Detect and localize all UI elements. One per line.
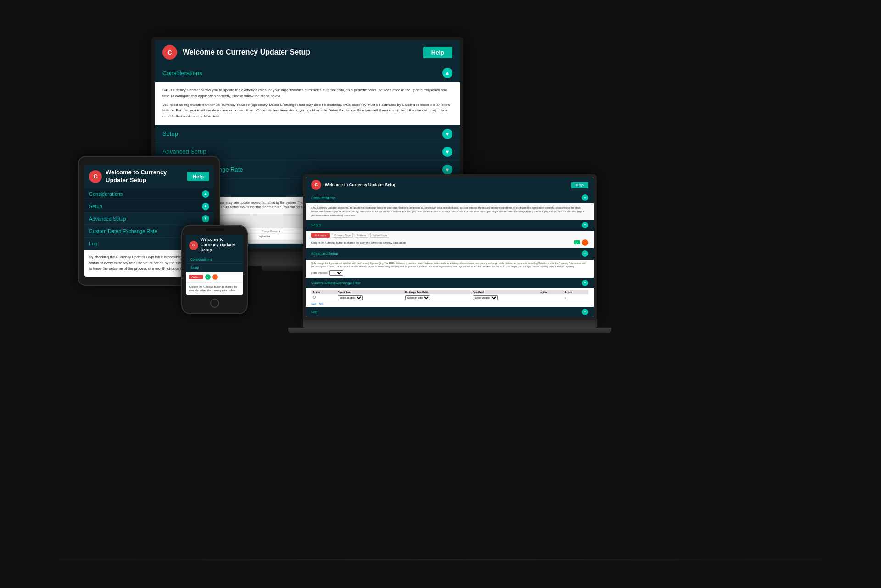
monitor-setup-row[interactable]: Setup ▼ xyxy=(155,125,460,143)
laptop-advanced-section-label: Advanced Setup xyxy=(311,251,338,255)
laptop-retry-row: Retry windows -- xyxy=(311,270,588,276)
monitor-setup-label: Setup xyxy=(162,130,178,137)
tablet-setup-chevron: ▲ xyxy=(202,203,209,210)
surface-line xyxy=(0,559,881,560)
tablet-custom-label: Custom Dated Exchange Rate xyxy=(89,228,157,234)
phone-setup-label: Setup xyxy=(190,266,199,269)
laptop-log-section-label: Log xyxy=(311,310,317,314)
laptop-advanced-content: Only change this if you are not satisfie… xyxy=(306,260,594,278)
laptop-considerations-text: S4G Currency Updater allows you to updat… xyxy=(311,206,588,217)
laptop-advanced-text: Only change this if you are not satisfie… xyxy=(311,262,588,269)
laptop-authorize-button[interactable]: Authorize xyxy=(311,233,330,238)
phone-instructions: Click on the Authorize button to change … xyxy=(186,283,243,295)
laptop-custom-content: Active Object Name Exchange Rate Field D… xyxy=(306,288,594,307)
laptop-warning-icon: ! xyxy=(582,239,588,246)
laptop-save-link[interactable]: Save xyxy=(311,302,316,305)
phone: C Welcome to Currency Updater Setup Cons… xyxy=(181,225,248,314)
monitor-logo: C xyxy=(162,45,177,60)
monitor-considerations-content: S4G Currency Updater allows you to updat… xyxy=(155,82,460,125)
laptop-log-row[interactable]: Log ▼ xyxy=(306,307,594,317)
laptop-bottom xyxy=(288,328,611,333)
phone-logo: C xyxy=(189,241,198,250)
monitor-advanced-chevron: ▼ xyxy=(442,147,452,157)
tablet-title: Welcome to Currency Updater Setup xyxy=(106,169,187,184)
phone-frame: C Welcome to Currency Updater Setup Cons… xyxy=(181,225,248,314)
laptop-title: Welcome to Currency Updater Setup xyxy=(325,183,571,187)
monitor-help-button[interactable]: Help xyxy=(423,47,452,58)
tablet-advanced-chevron: ▼ xyxy=(202,215,209,222)
tablet-setup-row[interactable]: Setup ▲ xyxy=(84,200,214,213)
phone-authorize-area: Autho... ✓ ! xyxy=(186,272,243,283)
laptop-custom-table: Active Object Name Exchange Rate Field D… xyxy=(311,290,588,301)
phone-considerations-row[interactable]: Considerations xyxy=(186,255,243,264)
monitor-header: C Welcome to Currency Updater Setup Help xyxy=(155,40,460,64)
laptop-retry-select[interactable]: -- xyxy=(329,270,343,276)
laptop-help-button[interactable]: Help xyxy=(571,182,588,188)
laptop-setup-chevron: ▼ xyxy=(582,222,588,228)
tablet-advanced-label: Advanced Setup xyxy=(89,216,126,222)
phone-considerations-label: Considerations xyxy=(190,258,212,261)
monitor-considerations-text2: You need an organization with Multi-curr… xyxy=(162,102,452,120)
laptop-header: C Welcome to Currency Updater Setup Help xyxy=(306,177,594,193)
monitor-considerations-label: Considerations xyxy=(162,70,202,77)
laptop-table-header-action: Action xyxy=(563,290,588,294)
monitor-considerations-text: S4G Currency Updater allows you to updat… xyxy=(162,88,452,100)
monitor-considerations-row[interactable]: Considerations ▲ xyxy=(155,64,460,82)
laptop-considerations-row[interactable]: Considerations ▼ xyxy=(306,193,594,203)
laptop-setup-row[interactable]: Setup ▼ xyxy=(306,220,594,231)
laptop-table-cell-object[interactable]: Select an option xyxy=(336,294,403,301)
laptop-custom-row[interactable]: Custom Dated Exchange Rate ▼ xyxy=(306,278,594,288)
laptop-base xyxy=(303,320,597,328)
tablet-log-label: Log xyxy=(89,241,97,246)
phone-title: Welcome to Currency Updater Setup xyxy=(201,237,240,253)
scene: C Welcome to Currency Updater Setup Help… xyxy=(0,0,881,588)
phone-header: C Welcome to Currency Updater Setup xyxy=(186,235,243,255)
laptop-advanced-row[interactable]: Advanced Setup ▼ xyxy=(306,248,594,260)
laptop-considerations-chevron: ▼ xyxy=(582,194,588,201)
laptop-table-header-date: Date Field xyxy=(471,290,538,294)
table-row: Select an option Select an option Select… xyxy=(311,294,588,301)
phone-home-button[interactable] xyxy=(210,299,219,308)
laptop-setup-note-row: Click on the Authorize button to change … xyxy=(311,239,588,246)
laptop-considerations-label: Considerations xyxy=(311,196,335,200)
laptop-setup-note: Click on the Authorize button to change … xyxy=(311,241,572,244)
tablet-logo: C xyxy=(89,170,102,183)
laptop: C Welcome to Currency Updater Setup Help… xyxy=(303,174,597,333)
laptop-table-cell-checkbox[interactable] xyxy=(311,294,336,301)
laptop-table-header-active: Active xyxy=(311,290,336,294)
laptop-setup-label: Setup xyxy=(311,223,321,227)
laptop-new-link[interactable]: New xyxy=(319,302,323,305)
laptop-retry-label: Retry windows xyxy=(311,272,328,274)
monitor-considerations-chevron: ▲ xyxy=(442,68,452,78)
phone-warning-icon: ! xyxy=(212,274,218,280)
tablet-advanced-row[interactable]: Advanced Setup ▼ xyxy=(84,213,214,225)
tablet-considerations-label: Considerations xyxy=(89,191,123,197)
laptop-screen: C Welcome to Currency Updater Setup Help… xyxy=(306,177,594,317)
laptop-table-cell-exchange[interactable]: Select an option xyxy=(403,294,471,301)
phone-setup-row[interactable]: Setup xyxy=(186,264,243,272)
laptop-table-header-object: Object Name xyxy=(336,290,403,294)
laptop-table-cell-active2 xyxy=(538,294,563,301)
laptop-check-button[interactable]: ✓ xyxy=(574,240,580,244)
monitor-custom-chevron: ▼ xyxy=(442,165,452,175)
tablet-setup-label: Setup xyxy=(89,204,102,209)
laptop-table-header-active2: Active xyxy=(538,290,563,294)
monitor-advanced-label: Advanced Setup xyxy=(162,148,206,155)
phone-authorize-button[interactable]: Autho... xyxy=(189,275,203,279)
laptop-table-cell-action[interactable]: + xyxy=(563,294,588,301)
laptop-log-chevron: ▼ xyxy=(582,309,588,315)
laptop-buttons-row: Authorize Currency Type Address Upload L… xyxy=(311,233,588,238)
tablet-header: C Welcome to Currency Updater Setup Help xyxy=(84,165,214,188)
monitor-setup-chevron: ▼ xyxy=(442,129,452,139)
monitor-title: Welcome to Currency Updater Setup xyxy=(183,48,423,56)
tablet-considerations-chevron: ▲ xyxy=(202,190,209,198)
laptop-table-cell-date[interactable]: Select an option xyxy=(471,294,538,301)
laptop-upload-logo: Upload Logo xyxy=(370,233,389,238)
tablet-help-button[interactable]: Help xyxy=(187,172,209,181)
laptop-setup-content: Authorize Currency Type Address Upload L… xyxy=(306,231,594,248)
laptop-table-header-exchange: Exchange Rate Field xyxy=(403,290,471,294)
laptop-custom-chevron: ▼ xyxy=(582,280,588,286)
laptop-currency-type: Currency Type xyxy=(332,233,353,238)
phone-notch xyxy=(206,228,224,231)
tablet-considerations-row[interactable]: Considerations ▲ xyxy=(84,188,214,200)
